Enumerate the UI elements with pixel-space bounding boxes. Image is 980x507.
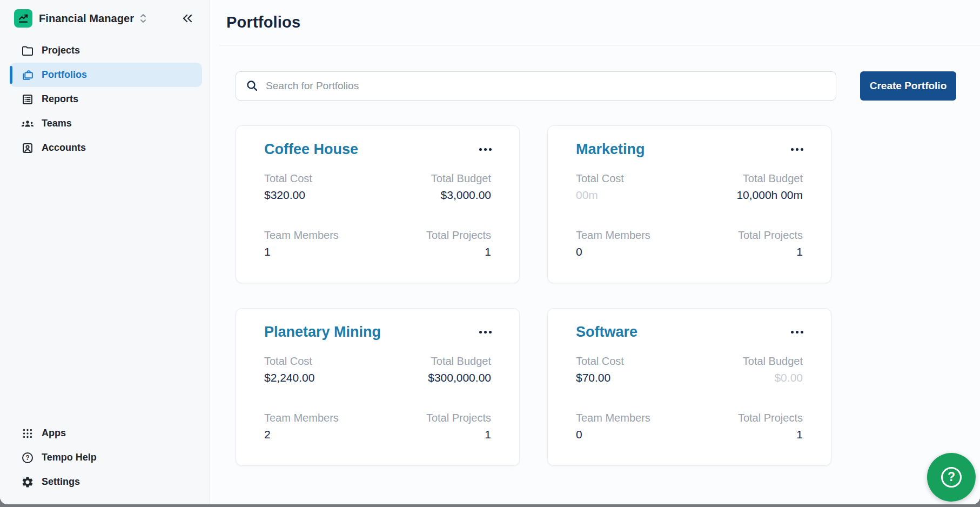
stat-team-members: Team Members 2	[264, 410, 378, 443]
portfolio-card: Software Total Cost $70.00 Total Budget …	[547, 308, 831, 466]
sidebar-item-settings[interactable]: Settings	[10, 470, 202, 494]
app-window: Financial Manager	[0, 0, 980, 504]
portfolio-card: Marketing Total Cost 00m Total Budget 10…	[547, 125, 831, 283]
stat-total-projects: Total Projects 1	[689, 410, 803, 443]
stat-total-projects: Total Projects 1	[689, 228, 803, 261]
help-fab-button[interactable]: ?	[927, 453, 976, 502]
main-content: Portfolios Create Portfolio Coffee House	[210, 0, 980, 504]
help-circle-icon: ?	[21, 452, 35, 463]
collapse-sidebar-icon[interactable]	[180, 12, 194, 25]
portfolio-name-link[interactable]: Planetary Mining	[264, 324, 381, 341]
card-menu-icon[interactable]	[787, 326, 808, 338]
card-menu-icon[interactable]	[475, 144, 496, 155]
portfolio-name-link[interactable]: Coffee House	[264, 141, 358, 158]
portfolio-card-grid: Coffee House Total Cost $320.00 Total Bu…	[236, 125, 980, 466]
folder-icon	[21, 44, 35, 57]
sidebar-item-label: Accounts	[42, 142, 86, 154]
gear-icon	[21, 476, 35, 489]
search-icon	[245, 79, 259, 92]
teams-icon	[21, 117, 35, 130]
sidebar-item-label: Settings	[42, 476, 80, 488]
trend-chart-logo-icon	[14, 9, 32, 28]
stat-total-budget: Total Budget $300,000.00	[378, 353, 491, 386]
sidebar-item-label: Teams	[42, 118, 72, 129]
card-menu-icon[interactable]	[787, 144, 808, 155]
portfolio-search	[236, 71, 836, 101]
workspace-switcher-chevrons-icon[interactable]	[138, 12, 148, 24]
stat-total-projects: Total Projects 1	[378, 410, 491, 443]
stat-total-budget: Total Budget $0.00	[689, 353, 803, 386]
sidebar-header: Financial Manager	[0, 0, 210, 35]
stat-total-cost: Total Cost $70.00	[576, 353, 689, 386]
card-menu-icon[interactable]	[475, 326, 496, 338]
account-icon	[21, 142, 35, 155]
sidebar-item-tempo-help[interactable]: ? Tempo Help	[10, 445, 202, 470]
toolbar: Create Portfolio	[210, 45, 980, 101]
sidebar-item-reports[interactable]: Reports	[10, 87, 202, 111]
sidebar-item-accounts[interactable]: Accounts	[10, 136, 202, 160]
stat-total-cost: Total Cost 00m	[576, 171, 689, 204]
app-title: Financial Manager	[39, 12, 134, 25]
stat-team-members: Team Members 1	[264, 228, 378, 261]
sidebar-item-label: Projects	[42, 45, 80, 56]
create-portfolio-button[interactable]: Create Portfolio	[860, 71, 956, 101]
page-header: Portfolios	[210, 0, 980, 31]
portfolio-card: Planetary Mining Total Cost $2,240.00 To…	[236, 308, 520, 466]
sidebar-item-label: Apps	[42, 428, 66, 439]
sidebar-item-label: Reports	[42, 94, 78, 105]
search-input[interactable]	[236, 71, 836, 101]
sidebar-item-teams[interactable]: Teams	[10, 111, 202, 136]
report-list-icon	[21, 93, 35, 106]
apps-grid-icon	[21, 428, 35, 439]
stat-total-budget: Total Budget 10,000h 00m	[689, 171, 803, 204]
stat-team-members: Team Members 0	[576, 228, 689, 261]
sidebar-footer: Apps ? Tempo Help Settings	[0, 421, 210, 504]
sidebar-nav: Projects Portfolios	[0, 38, 210, 160]
stat-team-members: Team Members 0	[576, 410, 689, 443]
sidebar-item-portfolios[interactable]: Portfolios	[10, 63, 202, 87]
stat-total-budget: Total Budget $3,000.00	[378, 171, 491, 204]
stat-total-cost: Total Cost $2,240.00	[264, 353, 378, 386]
help-question-icon: ?	[941, 467, 962, 488]
stat-total-cost: Total Cost $320.00	[264, 171, 378, 204]
sidebar-item-projects[interactable]: Projects	[10, 38, 202, 63]
portfolio-icon	[21, 68, 35, 82]
page-title: Portfolios	[226, 14, 980, 31]
sidebar-item-label: Tempo Help	[42, 452, 97, 463]
sidebar-item-label: Portfolios	[42, 69, 87, 81]
portfolio-card: Coffee House Total Cost $320.00 Total Bu…	[236, 125, 520, 283]
portfolio-name-link[interactable]: Software	[576, 324, 637, 341]
sidebar-item-apps[interactable]: Apps	[10, 421, 202, 445]
stat-total-projects: Total Projects 1	[378, 228, 491, 261]
portfolio-name-link[interactable]: Marketing	[576, 141, 645, 158]
sidebar: Financial Manager	[0, 0, 210, 504]
